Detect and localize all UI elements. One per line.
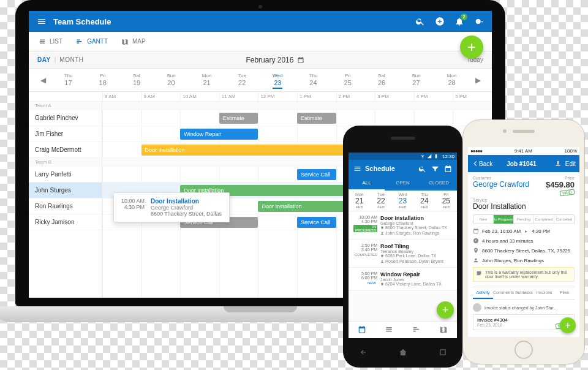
days-strip: ◀ Thu17Fri18Sat19Sun20Mon21Tue22Wed23Thu… xyxy=(29,69,492,92)
sys-back-icon[interactable] xyxy=(358,348,369,357)
gantt-bar[interactable]: Service Call xyxy=(297,217,336,228)
tab-gantt[interactable]: GANTT xyxy=(76,38,108,45)
filter-icon[interactable] xyxy=(431,165,439,173)
customer-name[interactable]: George Crawford xyxy=(473,180,529,189)
employee-row[interactable]: Larry Panfetti xyxy=(29,167,102,183)
calendar-icon[interactable] xyxy=(297,56,304,64)
employee-row[interactable]: Jim Fisher xyxy=(29,126,102,142)
android-status-bar: 12:30 xyxy=(349,153,457,160)
signal-dots: ●●●●● xyxy=(470,148,482,154)
day-cell[interactable]: Sun20 xyxy=(167,72,175,89)
hamburger-icon[interactable] xyxy=(353,165,361,173)
employee-row[interactable]: Ron Rawlings xyxy=(29,198,102,214)
edit-button[interactable]: Edit xyxy=(565,160,576,167)
customer-label: Customer xyxy=(473,176,529,180)
nav-calendar-icon[interactable] xyxy=(358,325,366,335)
hamburger-icon[interactable] xyxy=(36,16,47,27)
status-time: 12:30 xyxy=(442,154,454,159)
service-name: Door Installation xyxy=(473,202,575,211)
employee-row[interactable]: Gabriel Pinchev xyxy=(29,110,102,126)
invoice-card[interactable]: Invoice #4304 Feb 23, 2016 PAID xyxy=(473,314,575,330)
share-icon[interactable] xyxy=(554,160,562,167)
employee-row[interactable]: John Sturges xyxy=(29,183,102,198)
iphone-screen: ●●●●● 9:41 AM 100% Back Job #1041 Edit C… xyxy=(468,147,579,337)
add-icon[interactable] xyxy=(434,16,445,27)
ios-header: Back Job #1041 Edit xyxy=(468,155,579,172)
range-day[interactable]: DAY xyxy=(37,56,51,63)
detail-tab[interactable]: Files xyxy=(554,287,575,299)
gantt-bar[interactable]: Service Call xyxy=(297,169,336,180)
address-row[interactable]: 8600 Thackery Street, Dallas, TX, 75225 xyxy=(473,247,575,254)
detail-tabs: ActivityCommentsSubtasksInvoicesFiles xyxy=(473,287,575,300)
employee-row[interactable]: Craig McDermott xyxy=(29,142,102,158)
android-tabs: ALL OPEN CLOSED xyxy=(349,177,457,191)
status-option[interactable]: New xyxy=(473,215,493,224)
day-cell[interactable]: Thu24FEB xyxy=(413,191,435,211)
day-cell[interactable]: Fri25 xyxy=(344,72,352,89)
detail-tab[interactable]: Activity xyxy=(473,287,493,299)
header-title: Schedule xyxy=(365,165,413,172)
status-option[interactable]: Cancelled xyxy=(554,215,574,224)
calendar-icon[interactable] xyxy=(444,165,452,173)
detail-tab[interactable]: Subtasks xyxy=(514,287,534,299)
status-option[interactable]: Completed xyxy=(533,215,554,224)
day-cell[interactable]: Tue22FEB xyxy=(370,191,391,211)
date-nav: DAY | MONTH February 2016 Today xyxy=(29,51,492,69)
notifications-icon[interactable]: 2 xyxy=(454,16,465,27)
day-cell[interactable]: Thu17 xyxy=(64,72,73,89)
job-item[interactable]: 10:00 AM4:30 PMIN PROGRESSDoor Installat… xyxy=(349,211,457,240)
tab-all[interactable]: ALL xyxy=(349,177,385,191)
day-cell[interactable]: Fri18 xyxy=(99,72,107,89)
sys-home-icon[interactable] xyxy=(398,348,409,357)
android-fab[interactable]: + xyxy=(437,301,454,319)
status-option[interactable]: In Progress xyxy=(493,215,513,224)
nav-map-icon[interactable] xyxy=(439,325,448,335)
avatar xyxy=(473,303,481,312)
sys-recent-icon[interactable] xyxy=(437,348,448,357)
home-button[interactable] xyxy=(514,341,533,359)
range-month[interactable]: MONTH xyxy=(59,56,83,63)
wifi-icon xyxy=(420,154,425,159)
back-button[interactable]: Back xyxy=(472,160,492,167)
next-arrow-icon[interactable]: ▶ xyxy=(470,76,486,85)
gantt-track: EstimateEstimate xyxy=(102,110,492,126)
status-option[interactable]: Pending xyxy=(513,215,533,224)
day-cell[interactable]: Wed23FEB xyxy=(392,191,413,211)
nav-list-icon[interactable] xyxy=(385,325,393,335)
day-cell[interactable]: Mon28 xyxy=(447,72,457,89)
price-label: Price xyxy=(546,176,575,180)
gantt-bar[interactable]: Estimate xyxy=(219,113,258,124)
day-cell[interactable]: Mon21 xyxy=(202,72,212,89)
job-item[interactable]: 5:00 PM6:00 PMNEWWindow RepairJacob Jone… xyxy=(349,268,457,290)
day-cell[interactable]: Mon21FEB xyxy=(349,191,370,211)
note-icon xyxy=(476,270,482,276)
job-number: Job #1041 xyxy=(492,160,551,167)
tab-open[interactable]: OPEN xyxy=(385,177,421,191)
tab-closed[interactable]: CLOSED xyxy=(421,177,457,191)
tab-map[interactable]: MAP xyxy=(121,38,146,45)
nav-gantt-icon[interactable] xyxy=(412,325,421,335)
day-cell[interactable]: Tue22 xyxy=(238,72,246,89)
gantt-bar[interactable]: Estimate xyxy=(297,113,336,124)
day-cell[interactable]: Thu24 xyxy=(309,72,318,89)
gantt-bar[interactable]: Window Repair xyxy=(180,129,258,140)
day-cell[interactable]: Sun27 xyxy=(412,72,420,89)
employee-row[interactable]: Ricky Jamison xyxy=(29,214,102,230)
job-item[interactable]: 2:50 PM3:40 PMCOMPLETEDRoof TilingTerran… xyxy=(349,240,457,268)
detail-tab[interactable]: Invoices xyxy=(534,287,554,299)
ios-fab[interactable]: + xyxy=(560,317,576,333)
android-header: Schedule xyxy=(349,160,457,177)
prev-arrow-icon[interactable]: ◀ xyxy=(35,76,51,85)
detail-tab[interactable]: Comments xyxy=(493,287,514,299)
day-cell[interactable]: Sat19 xyxy=(133,72,140,89)
battery-pct: 100% xyxy=(565,148,577,154)
day-cell[interactable]: Sat26 xyxy=(378,72,385,89)
add-fab[interactable]: + xyxy=(460,36,483,59)
tab-list[interactable]: LIST xyxy=(39,38,62,45)
day-cell[interactable]: Wed23 xyxy=(273,72,282,89)
location-icon xyxy=(473,247,479,254)
search-icon[interactable] xyxy=(418,165,426,173)
user-menu-icon[interactable] xyxy=(473,16,484,27)
day-cell[interactable]: Fri25FEB xyxy=(435,191,457,211)
search-icon[interactable] xyxy=(415,16,426,27)
